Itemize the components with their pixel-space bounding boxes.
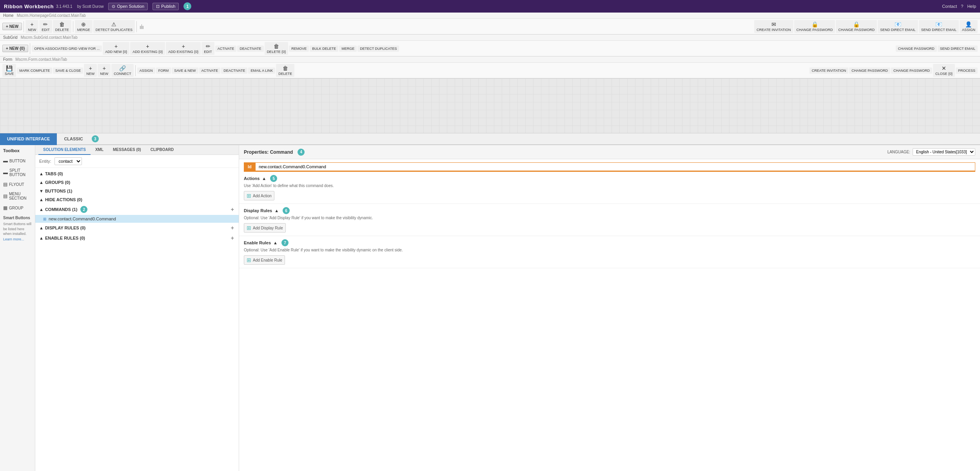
enable-rules-desc: Optional: Use 'Add Enable Rule' if you w… bbox=[244, 248, 975, 252]
ribbon-f-emaillink-btn[interactable]: EMAIL A LINK bbox=[248, 67, 275, 74]
ribbon-f-assign-btn[interactable]: ASSIGN bbox=[137, 67, 155, 74]
toolbox-item-button[interactable]: ▬ BUTTON bbox=[2, 156, 33, 165]
ribbon-sg-addex-btn[interactable]: +ADD EXISTING {0} bbox=[130, 42, 165, 55]
lang-label: LANGUAGE: bbox=[887, 150, 910, 154]
toolbox-item-group[interactable]: ▦ GROUP bbox=[2, 203, 33, 213]
ribbon-f-delete-btn[interactable]: 🗑DELETE bbox=[276, 64, 294, 77]
ribbon-sg-remove-btn[interactable]: REMOVE bbox=[289, 45, 309, 52]
sub-tab-solution-elements[interactable]: SOLUTION ELEMENTS bbox=[38, 145, 91, 155]
ribbon-sg-addnew-btn[interactable]: +ADD NEW {0} bbox=[103, 42, 129, 55]
learn-more-link[interactable]: Learn more... bbox=[2, 237, 33, 241]
tree-er-add-btn[interactable]: + bbox=[230, 235, 235, 241]
ribbon-sg-sendemail-btn[interactable]: SEND DIRECT EMAIL bbox=[938, 45, 978, 52]
tree-dr-add-btn[interactable]: + bbox=[230, 225, 235, 231]
ribbon-send-email-btn[interactable]: 📧SEND DIRECT EMAIL bbox=[878, 20, 918, 33]
ribbon-create-inv-btn[interactable]: ✉CREATE INVITATION bbox=[754, 20, 793, 33]
app-name: Ribbon Workbench 3.1.443.1 bbox=[4, 4, 73, 9]
tree-header-tabs[interactable]: ▲ TABS (0) bbox=[35, 169, 239, 178]
tree-header-hide-actions[interactable]: ▲ HIDE ACTIONS (0) bbox=[35, 195, 239, 204]
ribbon-sg-merge-btn[interactable]: MERGE bbox=[339, 45, 357, 52]
tab-unified-interface[interactable]: UNIFIED INTERFACE bbox=[0, 133, 57, 145]
ribbon-f-connect-btn[interactable]: 🔗CONNECT bbox=[111, 64, 134, 77]
display-rules-section-header[interactable]: Display Rules ▲ 6 bbox=[244, 207, 975, 214]
ribbon-f-close-btn[interactable]: ✕CLOSE {0} bbox=[933, 64, 955, 77]
add-action-button[interactable]: ⊞ Add Action bbox=[244, 191, 274, 200]
assign-label: ASSIGN bbox=[962, 28, 975, 32]
ribbon-sg-new-btn[interactable]: +NEW {0} bbox=[2, 45, 28, 52]
ribbon-sg-open-btn[interactable]: OPEN ASSOCIATED GRID VIEW FOR ... bbox=[32, 45, 102, 52]
ribbon-f-deactivate-btn[interactable]: DEACTIVATE bbox=[221, 67, 247, 74]
f-new2-icon: + bbox=[103, 65, 106, 71]
ribbon-scale bbox=[140, 24, 143, 29]
ribbon-form: Form Mscrm.Form.contact.MainTab 💾SAVE MA… bbox=[0, 56, 980, 78]
ribbon-f-changepw-btn[interactable]: CHANGE PASSWORD bbox=[849, 67, 890, 74]
sub-tab-messages[interactable]: MESSAGES (0) bbox=[108, 145, 146, 155]
open-solution-button[interactable]: ⊙ Open Solution bbox=[108, 3, 148, 10]
ribbon-sg-edit-btn[interactable]: ✏EDIT bbox=[201, 42, 214, 55]
enable-rules-section-header[interactable]: Enable Rules ▲ 7 bbox=[244, 239, 975, 246]
new-icon: + bbox=[6, 24, 8, 29]
ribbon-change-pw-btn[interactable]: 🔒CHANGE PASSWORD bbox=[794, 20, 835, 33]
ribbon-f-changepw2-btn[interactable]: CHANGE PASSWORD bbox=[891, 67, 932, 74]
tree-groups-label: GROUPS (0) bbox=[45, 180, 70, 185]
ribbon-sg-deactivate-btn[interactable]: DEACTIVATE bbox=[237, 45, 263, 52]
tree-header-groups[interactable]: ▲ GROUPS (0) bbox=[35, 178, 239, 187]
ribbon-f-saveclose-btn[interactable]: SAVE & CLOSE bbox=[53, 67, 83, 74]
ribbon-f-markcomplete-btn[interactable]: MARK COMPLETE bbox=[17, 67, 52, 74]
smart-buttons-desc: Smart Buttons will be listed here when i… bbox=[2, 222, 33, 236]
id-input[interactable] bbox=[256, 162, 975, 171]
ribbon-sg-bulkdel-btn[interactable]: BULK DELETE bbox=[310, 45, 338, 52]
ribbon-send-email2-btn[interactable]: 📧SEND DIRECT EMAIL bbox=[919, 20, 959, 33]
ribbon-assign-btn[interactable]: 👤ASSIGN bbox=[960, 20, 978, 33]
ribbon-f-process-btn[interactable]: PROCESS bbox=[956, 67, 978, 74]
ribbon-f-new-btn[interactable]: +NEW bbox=[84, 64, 97, 77]
ribbon-sg-detect-btn[interactable]: DETECT DUPLICATES bbox=[358, 45, 399, 52]
add-display-rule-button[interactable]: ⊞ Add Display Rule bbox=[244, 223, 286, 233]
tree-header-enable-rules[interactable]: ▲ ENABLE RULES (0) + bbox=[35, 233, 239, 243]
button-label: BUTTON bbox=[9, 159, 25, 163]
ribbon-sg-changepw-btn[interactable]: CHANGE PASSWORD bbox=[896, 45, 937, 52]
actions-section-header[interactable]: Actions ▲ 5 bbox=[244, 175, 975, 182]
ribbon-sg-delete-btn[interactable]: 🗑DELETE {0} bbox=[265, 42, 289, 55]
ribbon-delete-btn[interactable]: 🗑DELETE bbox=[53, 20, 71, 33]
toolbox-item-menu-section[interactable]: ▤ MENU SECTION bbox=[2, 190, 33, 202]
help-label[interactable]: Help bbox=[967, 4, 976, 9]
ribbon-change-pw2-btn[interactable]: 🔒CHANGE PASSWORD bbox=[836, 20, 877, 33]
ribbon-new2-btn[interactable]: +NEW bbox=[25, 20, 38, 33]
ribbon-f-savenew-btn[interactable]: SAVE & NEW bbox=[172, 67, 198, 74]
entity-select[interactable]: contact bbox=[54, 157, 82, 165]
assign-icon: 👤 bbox=[965, 21, 972, 27]
sub-tab-xml[interactable]: XML bbox=[91, 145, 108, 155]
tree-header-commands[interactable]: ▲ COMMANDS (1) 2 + bbox=[35, 204, 239, 215]
ribbon-f-activate-btn[interactable]: ACTIVATE bbox=[199, 67, 221, 74]
ribbon-new-btn[interactable]: + NEW bbox=[2, 23, 22, 30]
ribbon-f-new2-btn[interactable]: +NEW bbox=[98, 64, 111, 77]
sg-merge-label: MERGE bbox=[341, 47, 354, 51]
ribbon-home: Home Mscrm.HomepageGrid.contact.MainTab … bbox=[0, 13, 980, 35]
ribbon-sg-addex2-btn[interactable]: +ADD EXISTING {0} bbox=[166, 42, 201, 55]
ribbon-f-save-btn[interactable]: 💾SAVE bbox=[2, 64, 16, 77]
sub-tab-clipboard[interactable]: CLIPBOARD bbox=[146, 145, 178, 155]
flyout-label: FLYOUT bbox=[9, 182, 24, 187]
ribbon-merge-btn[interactable]: ⊕MERGE bbox=[75, 20, 93, 33]
tree-section-commands: ▲ COMMANDS (1) 2 + ⊞ new.contact.Command… bbox=[35, 204, 239, 223]
f-close-icon: ✕ bbox=[942, 65, 946, 71]
language-dropdown[interactable]: English - United States[1033] bbox=[913, 148, 975, 156]
ribbon-sg-activate-btn[interactable]: ACTIVATE bbox=[215, 45, 237, 52]
ribbon-f-form-btn[interactable]: FORM bbox=[156, 67, 171, 74]
toolbox-item-flyout[interactable]: ▤ FLYOUT bbox=[2, 180, 33, 189]
sg-bulkdel-label: BULK DELETE bbox=[312, 47, 336, 51]
toolbox-item-split-button[interactable]: ▬ SPLIT BUTTON bbox=[2, 166, 33, 179]
id-label: Id bbox=[244, 162, 256, 171]
tree-cmd-add-btn[interactable]: + bbox=[230, 206, 235, 213]
ribbon-detect-dup-btn[interactable]: ⚠DETECT DUPLICATES bbox=[93, 20, 135, 33]
contact-link[interactable]: Contact bbox=[942, 4, 957, 9]
tree-cmd-item[interactable]: ⊞ new.contact.Command0.Command bbox=[35, 215, 239, 223]
tree-header-buttons[interactable]: ▼ BUTTONS (1) bbox=[35, 187, 239, 195]
ribbon-f-createinv-btn[interactable]: CREATE INVITATION bbox=[809, 67, 849, 74]
add-enable-rule-button[interactable]: ⊞ Add Enable Rule bbox=[244, 255, 285, 265]
publish-button[interactable]: ⊡ Publish bbox=[152, 3, 179, 10]
ribbon-edit-btn[interactable]: ✏EDIT bbox=[39, 20, 52, 33]
tree-header-display-rules[interactable]: ▲ DISPLAY RULES (0) + bbox=[35, 223, 239, 233]
tab-classic[interactable]: CLASSIC bbox=[57, 133, 90, 145]
